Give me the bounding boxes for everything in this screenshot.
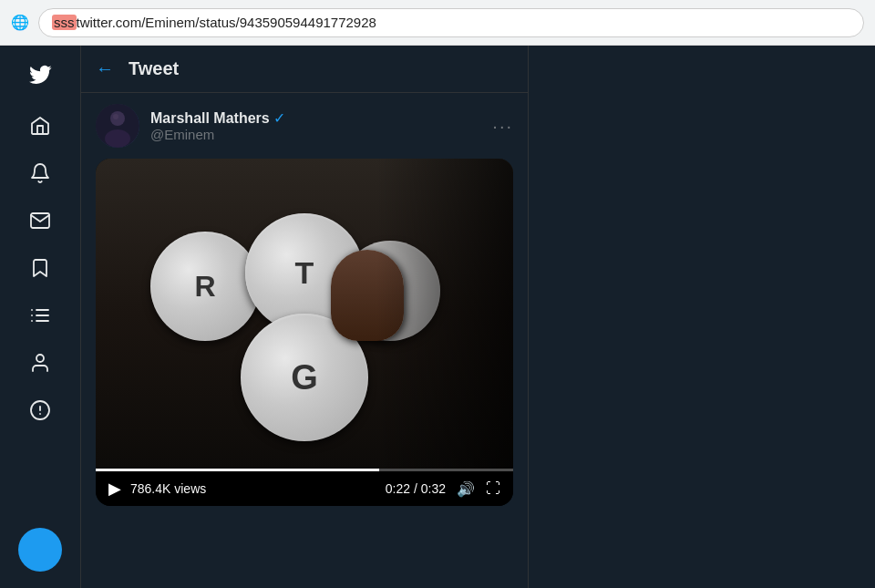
url-main: twitter.com/Eminem/status/94359059449177… [77, 15, 376, 30]
sidebar-item-lists[interactable] [18, 294, 62, 337]
svg-point-6 [36, 355, 44, 362]
play-button[interactable]: ▶ [108, 479, 121, 499]
tweet-body: Marshall Mathers ✓ @Eminem ··· R T [81, 93, 528, 517]
avatar-image [96, 104, 139, 148]
dark-overlay [376, 159, 513, 469]
app-container: ← Tweet [0, 46, 875, 588]
video-container: R T Y G [96, 159, 513, 506]
video-frame: R T Y G [96, 159, 513, 469]
globe-icon: 🌐 [11, 14, 29, 32]
key-r: R [150, 232, 260, 341]
sidebar-item-home[interactable] [18, 104, 62, 148]
verified-badge: ✓ [273, 109, 285, 127]
volume-button[interactable]: 🔊 [457, 480, 475, 498]
url-bar[interactable]: ssstwitter.com/Eminem/status/94359059449… [38, 8, 864, 37]
author-row: Marshall Mathers ✓ @Eminem ··· [96, 104, 513, 148]
tweet-header: ← Tweet [81, 46, 528, 93]
tweet-page-title: Tweet [129, 58, 179, 79]
author-handle[interactable]: @Eminem [150, 127, 285, 142]
svg-point-12 [105, 129, 130, 148]
right-panel [529, 46, 875, 588]
browser-chrome: 🌐 ssstwitter.com/Eminem/status/943590594… [0, 0, 875, 46]
avatar[interactable] [96, 104, 139, 148]
sidebar-item-messages[interactable] [18, 199, 62, 242]
sidebar [0, 46, 80, 588]
fullscreen-button[interactable]: ⛶ [486, 480, 500, 497]
sidebar-item-more[interactable] [18, 388, 62, 432]
author-name[interactable]: Marshall Mathers [150, 110, 270, 127]
sidebar-item-notifications[interactable] [18, 151, 62, 195]
back-button[interactable]: ← [96, 58, 114, 79]
svg-point-13 [113, 114, 118, 119]
sidebar-item-bookmarks[interactable] [18, 246, 62, 290]
progress-bar[interactable] [96, 469, 513, 471]
sidebar-item-profile[interactable] [18, 341, 62, 385]
url-highlight: sss [52, 15, 77, 30]
tweet-main: ← Tweet [80, 46, 529, 588]
twitter-logo[interactable] [18, 53, 62, 97]
compose-button[interactable] [18, 528, 62, 572]
more-options-button[interactable]: ··· [492, 116, 513, 137]
author-text: Marshall Mathers ✓ @Eminem [150, 109, 285, 142]
video-controls: ▶ 786.4K views 0:22 / 0:32 🔊 ⛶ [96, 471, 513, 506]
view-count: 786.4K views [130, 481, 206, 496]
time-display: 0:22 / 0:32 [386, 481, 446, 496]
author-info: Marshall Mathers ✓ @Eminem [96, 104, 285, 148]
controls-right: 0:22 / 0:32 🔊 ⛶ [386, 480, 500, 498]
typewriter-scene: R T Y G [96, 159, 513, 469]
controls-left: ▶ 786.4K views [108, 479, 206, 499]
author-name-row: Marshall Mathers ✓ [150, 109, 285, 127]
progress-bar-fill [96, 469, 379, 471]
